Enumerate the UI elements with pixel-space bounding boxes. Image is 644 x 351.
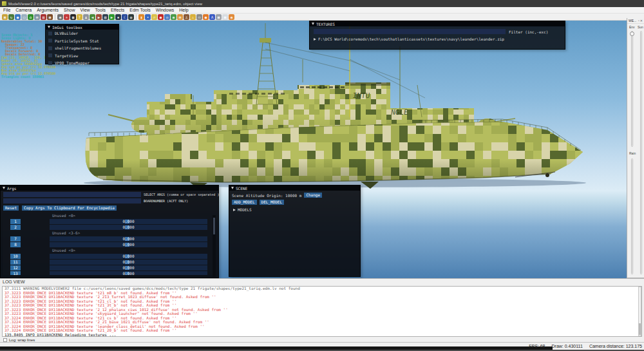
title-bar[interactable]: ModelViewer2.0 c:/users/leons/saved game… <box>0 0 644 7</box>
boardnumber-input[interactable] <box>3 198 141 204</box>
scene-title-bar[interactable]: SCENE <box>229 185 360 191</box>
models-tree-item[interactable]: MODELS <box>229 205 360 212</box>
textures-title-bar[interactable]: TEXTURES <box>310 21 565 26</box>
env-slider[interactable] <box>631 31 633 147</box>
checkbox-icon[interactable] <box>48 46 52 50</box>
arg-slider[interactable]: 0.000 <box>50 260 207 265</box>
log-list[interactable]: 37.3111 WARNING MODELVIEWER2 file c:/use… <box>2 286 642 337</box>
menu-item[interactable]: Edm Tools <box>129 7 151 14</box>
texture-tree-item[interactable]: F:\DCS World\coremods\tech\southatlantic… <box>314 37 561 41</box>
toolbar-icon[interactable]: ▮ <box>138 14 144 20</box>
toolbar-icon[interactable]: ♙ <box>190 14 196 20</box>
toolbox-item[interactable]: VP00_ToneMapper <box>46 59 118 66</box>
menu-item[interactable]: Tools <box>95 7 106 14</box>
texture-filter-input[interactable] <box>314 29 506 34</box>
toolbar-icon[interactable]: • <box>145 14 151 20</box>
collapse-icon[interactable] <box>3 187 5 189</box>
toolbar-icon[interactable]: ▭ <box>196 14 202 20</box>
toolbar-icon[interactable]: + <box>64 14 70 20</box>
toolbar-icon[interactable]: ▦ <box>222 14 228 20</box>
arg-slider[interactable]: 0.000 <box>50 236 207 242</box>
rain-slider[interactable] <box>631 158 633 274</box>
toolbar-icon[interactable]: ● <box>15 14 21 20</box>
arg-index-button[interactable]: 2 <box>10 225 21 230</box>
env-slider-thumb[interactable] <box>630 32 634 36</box>
toolbar-icon[interactable]: ○ <box>21 14 27 20</box>
toolbar-icon[interactable]: ▧ <box>102 14 108 20</box>
toolbar-icon[interactable]: ◉ <box>57 14 63 20</box>
collapse-icon[interactable] <box>48 26 50 28</box>
toolbar-icon[interactable]: ◎ <box>164 14 170 20</box>
collapse-icon[interactable] <box>231 187 234 189</box>
args-scrollbar[interactable] <box>213 215 216 277</box>
toolbar-icon[interactable]: ▣ <box>2 14 8 20</box>
menu-item[interactable]: Arguments <box>37 7 59 14</box>
toolbox-item[interactable]: ParticleSystem Stat <box>46 37 118 44</box>
menu-item[interactable]: File <box>3 7 10 14</box>
toolbar-icon[interactable]: ● <box>158 14 164 20</box>
close-icon[interactable]: ✕ <box>640 19 643 23</box>
toolbar-icon[interactable]: ♻ <box>28 14 33 20</box>
menu-item[interactable]: Windows <box>156 7 174 14</box>
menu-item[interactable]: Effects <box>111 7 124 14</box>
checkbox-icon[interactable] <box>48 53 52 57</box>
expand-icon[interactable] <box>233 209 236 211</box>
toolbox-title-bar[interactable]: ImGui toolbox <box>46 24 118 30</box>
arg-slider[interactable]: 0.000 <box>50 271 207 275</box>
sun-slider[interactable] <box>640 31 642 274</box>
arg-slider[interactable]: 0.000 <box>50 219 207 224</box>
args-title-bar[interactable]: Args <box>1 185 218 191</box>
change-button[interactable]: Change <box>304 193 322 198</box>
toolbar-icon[interactable]: T <box>77 14 82 20</box>
toolbar-icon[interactable]: ⚓ <box>184 14 189 20</box>
toolbar-icon[interactable]: ▤ <box>34 14 40 20</box>
toolbar-icon[interactable]: ▪ <box>115 14 121 20</box>
expand-icon[interactable] <box>314 38 316 41</box>
toolbar-icon[interactable]: ▶ <box>96 14 102 20</box>
del-model-button[interactable]: DEL_MODEL <box>260 200 285 205</box>
toolbar-icon[interactable] <box>55 14 55 20</box>
checkbox-icon[interactable] <box>48 39 52 43</box>
toolbar-icon[interactable]: ▥ <box>41 14 46 20</box>
arg-index-button[interactable]: 11 <box>10 260 21 265</box>
checkbox-icon[interactable] <box>48 61 52 65</box>
collapse-icon[interactable] <box>312 23 314 25</box>
select-args-input[interactable] <box>3 192 141 197</box>
toolbar-icon[interactable]: ● <box>203 14 209 20</box>
toolbar-icon[interactable]: ◉ <box>171 14 176 20</box>
arg-index-button[interactable]: 12 <box>10 265 21 270</box>
checkbox-icon[interactable] <box>48 32 52 35</box>
reset-button[interactable]: Reset <box>3 205 19 211</box>
toolbar-icon[interactable]: ☾ <box>122 14 128 20</box>
menu-item[interactable]: Camera <box>15 7 32 14</box>
log-scrollbar[interactable] <box>638 287 641 336</box>
toolbar-icon[interactable]: ▶ <box>109 14 115 20</box>
arg-slider[interactable]: 0.000 <box>50 225 207 230</box>
toolbar-icon[interactable]: ♟ <box>83 14 89 20</box>
restore-icon[interactable]: ▫ <box>638 19 639 23</box>
arg-slider[interactable]: 0.000 <box>50 242 207 247</box>
toolbox-item[interactable]: DLVBuilder <box>46 30 118 37</box>
toolbar-icon[interactable]: ▤ <box>177 14 183 20</box>
toolbar-icon[interactable]: ↻ <box>8 14 14 20</box>
arg-index-button[interactable]: 10 <box>10 254 21 259</box>
toolbar-icon[interactable]: ▦ <box>47 14 53 20</box>
toolbar-icon[interactable]: ▩ <box>70 14 76 20</box>
toolbar-icon[interactable]: ▱ <box>151 14 157 20</box>
arg-slider[interactable]: 0.000 <box>50 254 207 259</box>
toolbar-icon[interactable] <box>136 14 137 20</box>
arg-index-button[interactable]: 7 <box>10 236 21 242</box>
toolbar-icon[interactable]: ◍ <box>128 14 134 20</box>
menu-item[interactable]: Help <box>179 7 188 14</box>
toolbar-icon[interactable]: ▦ <box>216 14 222 20</box>
toolbar-icon[interactable]: A <box>209 14 215 20</box>
arg-slider[interactable]: 0.000 <box>50 265 207 270</box>
menu-item[interactable]: View <box>80 7 90 14</box>
copy-args-button[interactable]: Copy Args To Clipboard For Encyclopedia <box>22 205 117 211</box>
arg-index-button[interactable]: 8 <box>10 242 21 247</box>
toolbox-item[interactable]: shellFragmentVolumes <box>46 44 118 52</box>
toolbar-icon[interactable]: ◀ <box>90 14 95 20</box>
toolbar-icon[interactable]: ◉ <box>229 14 234 20</box>
arg-index-button[interactable]: 13 <box>10 271 21 275</box>
toolbox-item[interactable]: TargetView <box>46 52 118 59</box>
